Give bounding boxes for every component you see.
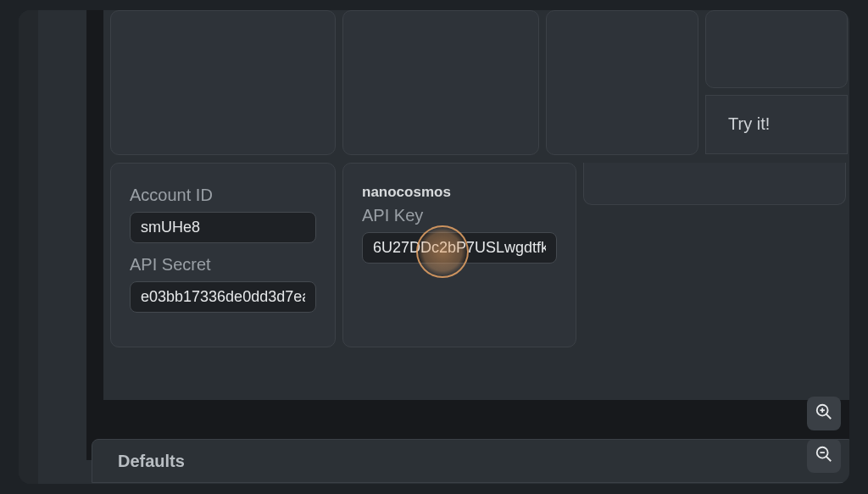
api-key-label: API Key [362, 206, 557, 225]
try-it-label: Try it! [728, 114, 770, 133]
provider-card: nanocosmos API Key [342, 163, 576, 347]
top-card-2 [342, 10, 539, 155]
api-key-input[interactable] [362, 232, 557, 264]
zoom-in-icon [815, 402, 833, 425]
defaults-label: Defaults [118, 452, 185, 470]
zoom-out-icon [815, 445, 833, 467]
account-id-input[interactable] [130, 212, 316, 243]
api-secret-input[interactable] [130, 281, 316, 313]
zoom-in-button[interactable] [807, 397, 841, 430]
svg-line-1 [826, 414, 832, 419]
account-id-label: Account ID [130, 186, 316, 205]
svg-line-5 [826, 457, 832, 462]
provider-name: nanocosmos [362, 184, 557, 201]
side-panel-stub [583, 163, 846, 205]
account-card: Account ID API Secret [110, 163, 336, 347]
top-card-4 [705, 10, 848, 88]
vertical-divider [86, 10, 103, 460]
try-it-button[interactable]: Try it! [705, 95, 848, 154]
zoom-out-button[interactable] [807, 439, 841, 473]
api-secret-label: API Secret [130, 255, 316, 275]
defaults-section-header[interactable]: Defaults [92, 439, 849, 483]
top-card-1 [110, 10, 336, 155]
left-gutter [19, 10, 38, 484]
top-card-3 [546, 10, 698, 155]
app-frame: Try it! Account ID API Secret nanocosmos… [19, 10, 849, 484]
